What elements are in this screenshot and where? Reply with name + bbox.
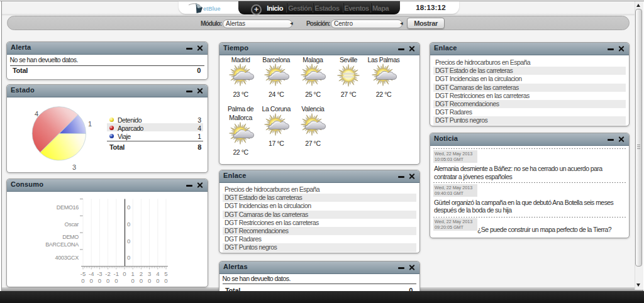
svg-text:-5: -5 (80, 270, 86, 277)
svg-text:0: 0 (127, 221, 130, 228)
svg-text:4: 4 (156, 270, 159, 277)
svg-text:0: 0 (140, 277, 143, 284)
svg-text:0: 0 (90, 277, 93, 284)
svg-text:1: 1 (131, 270, 135, 277)
svg-text:0: 0 (156, 277, 159, 284)
svg-text:BARCELONA: BARCELONA (45, 241, 79, 248)
svg-text:0: 0 (164, 277, 167, 284)
svg-text:4: 4 (35, 110, 38, 118)
svg-text:etBlue: etBlue (203, 6, 221, 12)
svg-text:0: 0 (81, 277, 84, 284)
svg-text:DEMO16: DEMO16 (57, 204, 79, 211)
svg-text:0: 0 (127, 204, 130, 211)
svg-text:DEMO: DEMO (62, 234, 79, 240)
svg-text:-1: -1 (114, 270, 119, 277)
svg-text:0: 0 (98, 277, 101, 284)
svg-text:-4: -4 (89, 270, 94, 277)
svg-text:4003GCX: 4003GCX (55, 255, 79, 261)
svg-text:2: 2 (140, 270, 143, 277)
svg-text:-3: -3 (97, 270, 102, 277)
svg-text:0: 0 (131, 277, 135, 284)
svg-text:0: 0 (127, 254, 130, 261)
svg-text:0: 0 (127, 238, 130, 245)
svg-text:0: 0 (123, 270, 126, 277)
svg-text:0: 0 (106, 277, 109, 284)
svg-text:3: 3 (148, 270, 151, 277)
svg-text:1: 1 (88, 120, 92, 128)
svg-text:0: 0 (148, 277, 151, 284)
svg-text:Oscar: Oscar (64, 221, 79, 228)
svg-text:5: 5 (164, 270, 167, 277)
svg-text:-2: -2 (105, 270, 110, 277)
svg-text:0: 0 (114, 277, 118, 284)
svg-text:3: 3 (72, 163, 76, 171)
